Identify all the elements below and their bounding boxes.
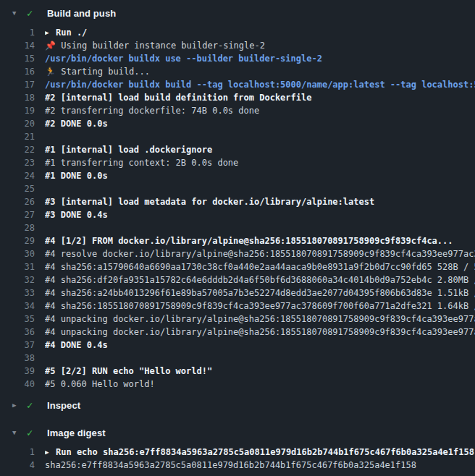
line-number[interactable]: 25 [0,182,35,195]
line-number[interactable]: 14 [0,39,35,52]
log-line: 24#1 DONE 0.0s [0,169,475,182]
log-line: 32#4 sha256:df20fa9351a15782c64e6dddb2d4… [0,273,475,286]
log-text: #2 DONE 0.0s [45,117,475,130]
line-number[interactable]: 40 [0,378,35,391]
log-line: 15/usr/bin/docker buildx use --builder b… [0,52,475,65]
log-text: #4 DONE 0.4s [45,339,475,352]
log-line: 22#1 [internal] load .dockerignore [0,143,475,156]
log-line: 34#4 sha256:185518070891758909c9f839cf4c… [0,299,475,313]
log-line: 14📌 Using builder instance builder-singl… [0,39,475,52]
log-line: 17/usr/bin/docker buildx build --tag loc… [0,78,475,91]
log-line: 26#3 [internal] load metadata for docker… [0,195,475,208]
section-header-inspect[interactable]: ▶✓Inspect [0,391,475,420]
check-icon: ✓ [27,8,38,18]
log-text: #1 [internal] load .dockerignore [45,143,475,156]
log-line: 40#5 0.060 Hello world! [0,378,475,391]
log-line: 35#4 unpacking docker.io/library/alpine@… [0,313,475,326]
line-number[interactable]: 17 [0,78,35,91]
line-number[interactable]: 1 [0,446,35,459]
check-icon: ✓ [27,428,38,438]
log-line: 30#4 resolve docker.io/library/alpine@sh… [0,247,475,260]
check-icon: ✓ [27,400,38,410]
line-number[interactable]: 28 [0,221,35,234]
log-text: #4 unpacking docker.io/library/alpine@sh… [45,326,475,339]
section-title-image-digest: Image digest [47,428,106,438]
line-number[interactable]: 29 [0,234,35,247]
log-text: #1 DONE 0.0s [45,169,475,182]
log-line: 38 [0,352,475,365]
chevron-down-icon: ▼ [12,10,24,17]
line-number[interactable]: 15 [0,52,35,65]
line-number[interactable]: 38 [0,352,35,365]
log-line: 1▶Run echo sha256:e7ff8834a5963a2785c5a0… [0,446,475,459]
log-line: 18#2 [internal] load build definition fr… [0,91,475,104]
line-number[interactable]: 35 [0,313,35,326]
log-text: #1 transferring context: 2B 0.0s done [45,156,475,169]
log-line: 28 [0,221,475,234]
line-number[interactable]: 32 [0,273,35,286]
line-number[interactable]: 34 [0,299,35,313]
log-text [45,182,475,195]
log-line: 23#1 transferring context: 2B 0.0s done [0,156,475,169]
section-header-build-and-push[interactable]: ▼✓Build and push [0,0,475,26]
log-text: sha256:e7ff8834a5963a2785c5a0811e979d16b… [45,459,475,472]
section-build-and-push: ▼✓Build and push1▶Run ./14📌 Using builde… [0,0,475,391]
log-text: ▶Run ./ [45,26,475,39]
log-line: 1▶Run ./ [0,26,475,39]
line-number[interactable]: 37 [0,339,35,352]
line-number[interactable]: 30 [0,247,35,260]
log-text: /usr/bin/docker buildx build --tag local… [45,78,475,91]
log-text [45,130,475,143]
log-line: 19#2 transferring dockerfile: 74B 0.0s d… [0,104,475,117]
log-line: 16🏃 Starting build... [0,65,475,78]
log-line: 25 [0,182,475,195]
line-number[interactable]: 24 [0,169,35,182]
section-body-image-digest: 1▶Run echo sha256:e7ff8834a5963a2785c5a0… [0,446,475,472]
log-line: 29#4 [1/2] FROM docker.io/library/alpine… [0,234,475,247]
line-number[interactable]: 16 [0,65,35,78]
line-number[interactable]: 39 [0,365,35,378]
line-number[interactable]: 33 [0,286,35,299]
line-number[interactable]: 1 [0,26,35,39]
log-text: #3 [internal] load metadata for docker.i… [45,195,475,208]
line-number[interactable]: 31 [0,260,35,273]
line-number[interactable]: 27 [0,208,35,221]
line-number[interactable]: 36 [0,326,35,339]
log-line: 21 [0,130,475,143]
log-text: #4 sha256:df20fa9351a15782c64e6dddb2d4a6… [45,273,475,286]
log-text: #4 sha256:a24bb4013296f61e89ba57005a7b3e… [45,286,475,299]
section-inspect: ▶✓Inspect [0,391,475,420]
chevron-right-icon: ▶ [12,402,24,409]
log-text: #4 unpacking docker.io/library/alpine@sh… [45,313,475,326]
line-number[interactable]: 19 [0,104,35,117]
log-text: #4 [1/2] FROM docker.io/library/alpine@s… [45,234,475,247]
log-line: 37#4 DONE 0.4s [0,339,475,352]
line-number[interactable]: 21 [0,130,35,143]
log-line: 31#4 sha256:a15790640a6690aa1730c38cf0a4… [0,260,475,273]
run-toggle-icon[interactable]: ▶ [45,26,56,39]
log-viewer: ▼✓Build and push1▶Run ./14📌 Using builde… [0,0,475,472]
log-text: #4 sha256:a15790640a6690aa1730c38cf0a440… [45,260,475,273]
log-text [45,352,475,365]
run-toggle-icon[interactable]: ▶ [45,446,56,459]
chevron-down-icon: ▼ [12,430,24,436]
line-number[interactable]: 23 [0,156,35,169]
log-text: #2 transferring dockerfile: 74B 0.0s don… [45,104,475,117]
log-line: 20#2 DONE 0.0s [0,117,475,130]
section-image-digest: ▼✓Image digest1▶Run echo sha256:e7ff8834… [0,420,475,472]
line-number[interactable]: 20 [0,117,35,130]
log-line: 39#5 [2/2] RUN echo "Hello world!" [0,365,475,378]
line-number[interactable]: 22 [0,143,35,156]
section-body-build-and-push: 1▶Run ./14📌 Using builder instance build… [0,26,475,391]
log-text: #5 0.060 Hello world! [45,378,475,391]
log-line: 33#4 sha256:a24bb4013296f61e89ba57005a7b… [0,286,475,299]
line-number[interactable]: 26 [0,195,35,208]
log-text: #4 sha256:185518070891758909c9f839cf4ca3… [45,299,475,313]
section-title-inspect: Inspect [47,400,80,411]
log-text: ▶Run echo sha256:e7ff8834a5963a2785c5a08… [45,446,475,459]
section-title-build-and-push: Build and push [47,8,116,19]
line-number[interactable]: 4 [0,459,35,472]
section-header-image-digest[interactable]: ▼✓Image digest [0,420,475,446]
log-text [45,221,475,234]
line-number[interactable]: 18 [0,91,35,104]
